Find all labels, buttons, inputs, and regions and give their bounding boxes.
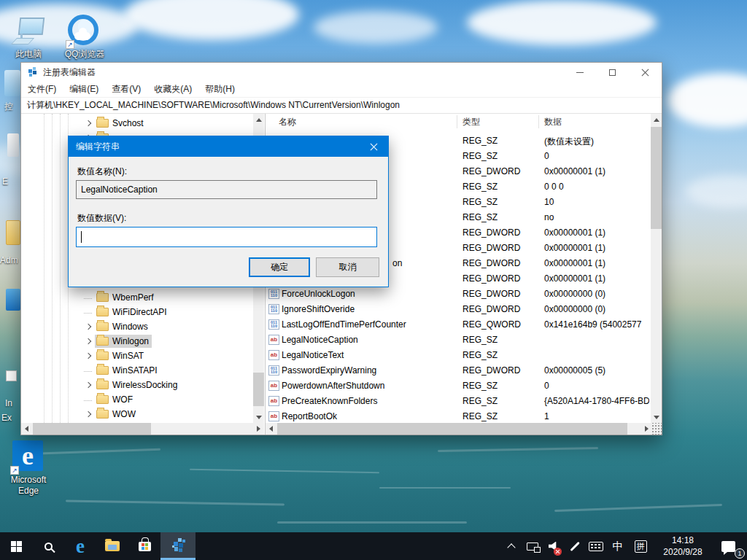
minimize-button[interactable]: [563, 63, 596, 82]
start-button[interactable]: [0, 532, 32, 560]
cancel-button[interactable]: 取消: [316, 257, 379, 277]
tree-item-wow[interactable]: WOW: [84, 407, 139, 421]
tree-item-wirelessdocking[interactable]: WirelessDocking: [84, 378, 180, 392]
dialog-titlebar[interactable]: 编辑字符串: [69, 136, 388, 157]
tree-item-winsat[interactable]: WinSAT: [84, 349, 147, 363]
ime-pinyin-button[interactable]: 拼: [632, 532, 649, 560]
tree-guide-line: [52, 114, 53, 423]
dialog-close-button[interactable]: [359, 136, 388, 157]
list-horizontal-scrollbar[interactable]: [266, 423, 652, 435]
taskbar-store-button[interactable]: [128, 532, 160, 560]
scroll-up-arrow[interactable]: [651, 114, 662, 125]
value-data-input[interactable]: [76, 227, 377, 247]
edge-icon: e: [76, 537, 85, 556]
scrollbar-thumb[interactable]: [33, 423, 151, 435]
tree-horizontal-scrollbar[interactable]: [21, 423, 264, 435]
taskbar-clock[interactable]: 14:18 2020/9/28: [654, 534, 711, 558]
tree-item-windows[interactable]: Windows: [84, 319, 151, 334]
list-vertical-scrollbar[interactable]: [651, 114, 662, 423]
partial-desktop-icon[interactable]: [7, 133, 19, 157]
scrollbar-thumb[interactable]: [277, 423, 627, 435]
scroll-up-arrow[interactable]: [253, 114, 264, 125]
column-header-data[interactable]: 数据: [544, 116, 562, 128]
tray-touch-keyboard-button[interactable]: [588, 532, 604, 560]
scrollbar-thumb[interactable]: [253, 373, 264, 406]
scroll-left-arrow[interactable]: [266, 423, 276, 435]
column-separator[interactable]: [538, 115, 539, 128]
expand-chevron-icon[interactable]: [84, 336, 95, 347]
expand-chevron-icon[interactable]: [84, 380, 95, 391]
window-titlebar[interactable]: 注册表编辑器: [21, 63, 662, 82]
ime-chinese-indicator: 中: [613, 540, 624, 553]
maximize-button[interactable]: [596, 63, 629, 82]
table-row[interactable]: PasswordExpiryWarningREG_DWORD0x00000005…: [266, 363, 651, 378]
scroll-down-arrow[interactable]: [253, 411, 264, 423]
partial-desktop-icon[interactable]: [6, 370, 17, 381]
tree-guide-line: [44, 114, 44, 423]
scroll-right-arrow[interactable]: [641, 423, 652, 435]
table-row[interactable]: LegalNoticeTextREG_SZ: [266, 348, 651, 363]
reg-dword-icon: [268, 289, 279, 299]
desktop-icon-microsoft-edge[interactable]: Microsoft Edge: [6, 440, 51, 497]
tree-item-winlogon[interactable]: Winlogon: [84, 334, 152, 349]
scroll-right-arrow[interactable]: [253, 423, 264, 435]
menu-view[interactable]: 查看(V): [105, 82, 147, 97]
value-name-input[interactable]: [76, 180, 377, 199]
ime-pinyin-indicator: 拼: [635, 540, 647, 553]
table-row[interactable]: ForceUnlockLogonREG_DWORD0x00000000 (0): [266, 287, 651, 302]
reg-sz-icon: [268, 335, 279, 345]
menu-favorites[interactable]: 收藏夹(A): [147, 82, 198, 97]
tree-item-winsatapi[interactable]: WinSATAPI: [84, 363, 160, 378]
table-row[interactable]: IgnoreShiftOverideREG_DWORD0x00000000 (0…: [266, 302, 651, 317]
text-caret: [81, 231, 82, 243]
taskbar-regedit-button[interactable]: [160, 532, 196, 560]
menu-edit[interactable]: 编辑(E): [63, 82, 105, 97]
partial-desktop-icon[interactable]: [4, 70, 20, 96]
partial-desktop-icon[interactable]: [6, 289, 20, 311]
column-header-name[interactable]: 名称: [279, 116, 296, 128]
table-row[interactable]: PowerdownAfterShutdownREG_SZ0: [266, 378, 651, 394]
tree-item-wifidirectapi[interactable]: WiFiDirectAPI: [84, 305, 170, 319]
shortcut-arrow-icon: [10, 466, 19, 475]
menu-file[interactable]: 文件(F): [21, 82, 63, 97]
taskbar-file-explorer-button[interactable]: [96, 532, 128, 560]
scrollbar-thumb[interactable]: [651, 127, 662, 229]
sea-foam: [190, 469, 379, 474]
table-row[interactable]: PreCreateKnownFoldersREG_SZ{A520A1A4-178…: [266, 394, 651, 409]
tray-volume-button[interactable]: [546, 532, 562, 560]
expand-chevron-icon[interactable]: [84, 118, 95, 129]
close-button[interactable]: [629, 63, 662, 82]
search-button[interactable]: [32, 532, 64, 560]
scroll-left-arrow[interactable]: [21, 423, 32, 435]
tree-item-svchost[interactable]: Svchost: [84, 116, 147, 131]
expand-chevron-icon[interactable]: [84, 322, 95, 332]
tray-pen-button[interactable]: [567, 532, 583, 560]
desktop-icon-qq-browser[interactable]: QQ浏览器: [62, 15, 107, 60]
resize-grip[interactable]: [652, 423, 662, 435]
table-row[interactable]: LastLogOffEndTimePerfCounterREG_QWORD0x1…: [266, 317, 651, 332]
menu-help[interactable]: 帮助(H): [198, 82, 241, 97]
tray-chevron-button[interactable]: [503, 532, 519, 560]
table-row[interactable]: LegalNoticeCaptionREG_SZ: [266, 332, 651, 348]
tree-leaf-connector: [84, 365, 95, 376]
expand-chevron-icon[interactable]: [84, 409, 95, 420]
desktop-icon-this-pc[interactable]: 此电脑: [6, 16, 51, 60]
action-center-button[interactable]: 1: [716, 532, 740, 560]
reg-sz-icon: [268, 411, 279, 421]
expand-chevron-icon[interactable]: [84, 351, 95, 362]
ime-mode-button[interactable]: 中: [609, 532, 627, 560]
taskbar-edge-button[interactable]: e: [64, 532, 96, 560]
tree-item-wof[interactable]: WOF: [84, 392, 136, 407]
tray-network-button[interactable]: [525, 532, 541, 560]
notification-badge: 1: [735, 548, 745, 559]
column-separator[interactable]: [457, 115, 457, 128]
scroll-down-arrow[interactable]: [651, 411, 662, 423]
column-header-type[interactable]: 类型: [462, 116, 480, 128]
address-bar[interactable]: 计算机\HKEY_LOCAL_MACHINE\SOFTWARE\Microsof…: [21, 98, 662, 114]
reg-sz-icon: [268, 396, 279, 406]
table-row[interactable]: ReportBootOkREG_SZ1: [266, 409, 651, 423]
tree-item-wbemperf[interactable]: WbemPerf: [84, 290, 157, 305]
minimize-icon: [576, 72, 584, 73]
ok-button[interactable]: 确定: [249, 257, 310, 277]
partial-desktop-icon[interactable]: [6, 220, 20, 245]
